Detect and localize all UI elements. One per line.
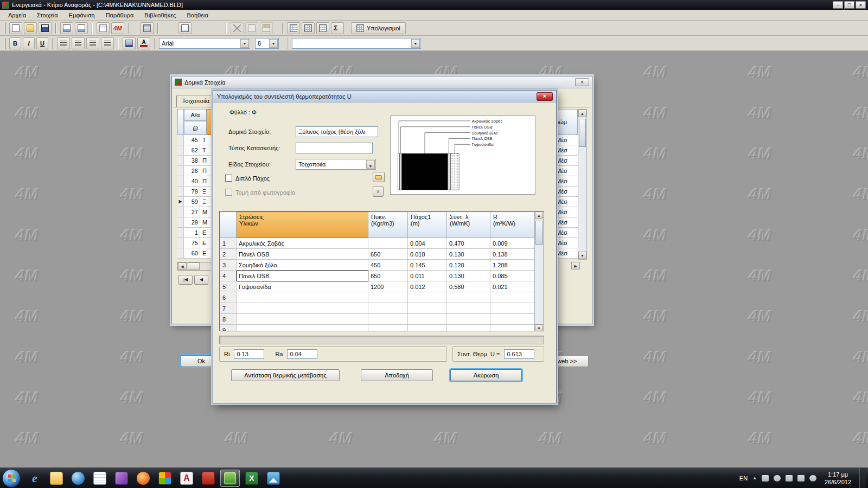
menu-elements[interactable]: Στοιχεία	[32, 11, 63, 20]
wall-section-preview[interactable]: Ακρυλικός Σοβάς Πάνελ OSB Σουηδικό ξύλο …	[390, 115, 535, 195]
material-cell[interactable]	[237, 292, 368, 303]
ra-input[interactable]: 0.04	[287, 349, 317, 359]
calculations-button[interactable]: Υπολογισμοί	[351, 22, 406, 34]
4m-home-button[interactable]: 4M	[111, 22, 124, 34]
double-thickness-checkbox[interactable]: Διπλό Πάχος	[225, 175, 270, 182]
materials-vertical-scrollbar[interactable]: ▲ ▼	[534, 211, 544, 331]
thickness-cell[interactable]: 0.018	[408, 249, 447, 260]
open-button[interactable]	[24, 22, 37, 34]
align-center-button[interactable]	[72, 37, 85, 49]
thickness-cell[interactable]: 0.012	[408, 281, 447, 292]
taskbar-icon-browser[interactable]	[68, 470, 88, 487]
material-cell[interactable]: Ακρυλικός Σοβάς	[237, 238, 368, 249]
r-header[interactable]: R (m²K/W)	[490, 212, 536, 238]
chevron-down-icon[interactable]	[366, 160, 375, 169]
table-borders-button[interactable]	[316, 22, 329, 34]
density-header[interactable]: Πυκν. (Kgr/m3)	[368, 212, 408, 238]
scroll-up-icon[interactable]: ▲	[535, 211, 543, 219]
row-selector[interactable]	[177, 145, 184, 155]
material-cell[interactable]: Γυψοσανίδα	[237, 281, 368, 292]
taskbar-icon-4m-cad[interactable]	[155, 470, 175, 487]
lambda-header[interactable]: Συντ. λ (W/mK)	[447, 212, 490, 238]
scrollbar-thumb[interactable]	[579, 119, 586, 147]
density-cell[interactable]	[368, 325, 408, 332]
bold-button[interactable]: B	[9, 37, 21, 49]
taskbar-icon-excel[interactable]	[242, 470, 261, 487]
first-record-button[interactable]: |◀	[178, 275, 193, 285]
scrollbar-thumb[interactable]	[188, 262, 200, 270]
r-cell[interactable]	[490, 325, 536, 332]
taskbar-icon-photos[interactable]	[264, 470, 283, 487]
thermal-resistance-button[interactable]: Αντίσταση θερμικής μετάβασης	[231, 369, 340, 381]
font-color-button[interactable]	[137, 37, 150, 49]
row-selector[interactable]	[177, 238, 184, 248]
lambda-cell[interactable]: 0.580	[447, 281, 490, 292]
r-cell[interactable]	[490, 292, 536, 303]
thickness-cell[interactable]	[408, 303, 447, 314]
material-cell[interactable]: Πάνελ OSB	[237, 249, 368, 260]
material-row[interactable]: 2 Πάνελ OSB 650 0.018 0.130 0.138	[220, 249, 536, 260]
taskbar-icon-explorer[interactable]	[47, 470, 66, 487]
tray-display-icon[interactable]	[762, 475, 769, 481]
scroll-up-icon[interactable]: ▲	[578, 110, 586, 117]
cut-button[interactable]	[231, 22, 244, 34]
maximize-button[interactable]	[844, 1, 854, 9]
r-cell[interactable]: 0.009	[490, 238, 536, 249]
r-cell[interactable]	[490, 314, 536, 325]
tab-masonry[interactable]: Τοιχοποιία	[176, 95, 215, 107]
density-cell[interactable]: 450	[368, 260, 408, 271]
material-cell-focused[interactable]: Πάνελ OSB	[237, 271, 368, 281]
r-cell[interactable]: 0.085	[490, 271, 536, 281]
structural-elements-close-button[interactable]	[575, 78, 589, 86]
material-row[interactable]: 1 Ακρυλικός Σοβάς 0.004 0.470 0.009	[220, 238, 536, 249]
tray-antivirus-icon[interactable]	[809, 475, 816, 481]
toolbar-grip[interactable]	[4, 38, 6, 49]
construction-type-input[interactable]	[296, 143, 373, 153]
thickness-cell[interactable]	[408, 325, 447, 332]
scroll-left-icon[interactable]: ◀	[178, 262, 187, 270]
material-row[interactable]: 5 Γυψοσανίδα 1200 0.012 0.580 0.021	[220, 281, 536, 292]
material-row[interactable]: 8	[220, 314, 536, 325]
report-button[interactable]	[178, 22, 192, 34]
layers-header[interactable]: Στρώσεις Υλικών	[237, 212, 368, 238]
lambda-cell[interactable]	[447, 292, 490, 303]
element-kind-combo[interactable]: Τοιχοποιία	[296, 159, 376, 170]
clear-image-button[interactable]: ×	[373, 187, 384, 197]
lambda-cell[interactable]	[447, 325, 490, 332]
menu-libraries[interactable]: Βιβλιοθήκες	[139, 11, 181, 20]
taskbar-icon-pdf[interactable]	[199, 470, 218, 487]
lambda-cell[interactable]: 0.120	[447, 260, 490, 271]
chevron-down-icon[interactable]	[411, 39, 420, 48]
copy-button[interactable]	[245, 22, 258, 34]
thickness-cell[interactable]	[408, 292, 447, 303]
underline-button[interactable]: U	[36, 37, 48, 49]
material-cell[interactable]	[237, 303, 368, 314]
pin-header[interactable]	[184, 121, 207, 135]
hidden-icons-arrow[interactable]: ▲	[752, 476, 757, 480]
mail-button[interactable]	[97, 22, 110, 34]
thickness-cell[interactable]: 0.011	[408, 271, 447, 281]
font-size-combo[interactable]: 8	[255, 38, 279, 49]
taskbar-icon-autocad[interactable]	[177, 470, 196, 487]
u-value-titlebar[interactable]: Υπολογισμός του συντελεστή θερμοπερατότη…	[213, 91, 556, 102]
previous-record-button[interactable]: ◀	[194, 275, 208, 285]
u-value-close-button[interactable]	[537, 92, 553, 101]
insert-table-button[interactable]	[287, 22, 300, 34]
row-selector[interactable]	[177, 217, 184, 227]
taskbar-icon-ie[interactable]: e	[25, 470, 44, 487]
save-button[interactable]	[39, 22, 52, 34]
lambda-cell[interactable]	[447, 303, 490, 314]
taskbar-icon-kenak-active[interactable]	[220, 470, 240, 487]
aa-column-header[interactable]: Α/α	[184, 109, 207, 121]
material-row[interactable]: 3 Σουηδικό ξύλο 450 0.145 0.120 1.208	[220, 260, 536, 271]
toolbar-grip[interactable]	[4, 23, 6, 34]
lambda-cell[interactable]: 0.130	[447, 271, 490, 281]
chevron-down-icon[interactable]	[269, 39, 278, 48]
density-cell[interactable]	[368, 303, 408, 314]
density-cell[interactable]: 650	[368, 249, 408, 260]
taskbar-icon-notes[interactable]	[90, 470, 110, 487]
density-cell[interactable]	[368, 238, 408, 249]
scroll-down-icon[interactable]: ▼	[535, 324, 543, 331]
align-justify-button[interactable]	[101, 37, 114, 49]
r-cell[interactable]: 0.138	[490, 249, 536, 260]
